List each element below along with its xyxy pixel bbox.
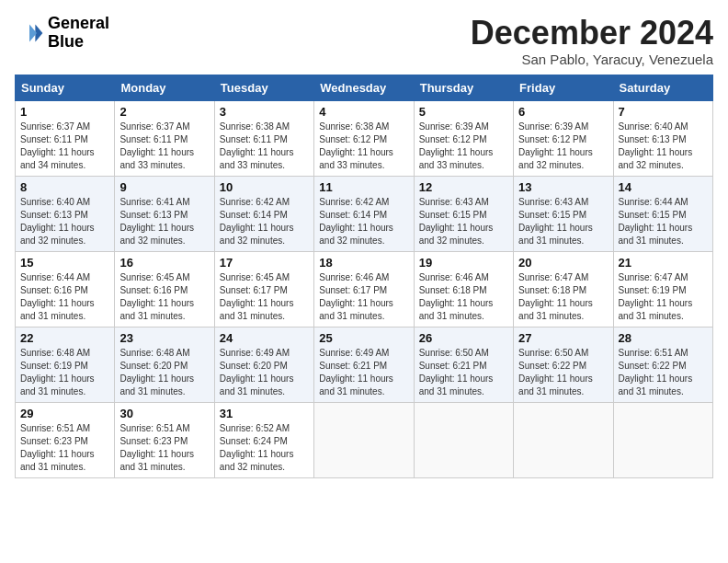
day-info: Sunrise: 6:38 AMSunset: 6:11 PMDaylight:… — [220, 121, 309, 172]
day-info: Sunrise: 6:48 AMSunset: 6:19 PMDaylight:… — [20, 347, 109, 398]
calendar-day-cell: 19Sunrise: 6:46 AMSunset: 6:18 PMDayligh… — [414, 251, 513, 327]
calendar-day-cell: 20Sunrise: 6:47 AMSunset: 6:18 PMDayligh… — [514, 251, 613, 327]
day-info: Sunrise: 6:39 AMSunset: 6:12 PMDaylight:… — [419, 121, 508, 172]
day-info: Sunrise: 6:47 AMSunset: 6:18 PMDaylight:… — [518, 271, 608, 323]
calendar-day-cell: 25Sunrise: 6:49 AMSunset: 6:21 PMDayligh… — [314, 327, 414, 402]
logo-text: General Blue — [48, 15, 109, 52]
page-header: General Blue December 2024 San Pablo, Ya… — [15, 15, 713, 67]
day-info: Sunrise: 6:40 AMSunset: 6:13 PMDaylight:… — [20, 196, 109, 247]
calendar-day-cell: 14Sunrise: 6:44 AMSunset: 6:15 PMDayligh… — [613, 176, 712, 251]
calendar-day-cell: 8Sunrise: 6:40 AMSunset: 6:13 PMDaylight… — [16, 176, 115, 251]
day-number: 2 — [119, 105, 209, 119]
day-info: Sunrise: 6:52 AMSunset: 6:24 PMDaylight:… — [220, 422, 309, 474]
day-info: Sunrise: 6:51 AMSunset: 6:23 PMDaylight:… — [20, 422, 109, 474]
calendar-day-cell: 29Sunrise: 6:51 AMSunset: 6:23 PMDayligh… — [16, 402, 115, 477]
calendar-day-cell: 1Sunrise: 6:37 AMSunset: 6:11 PMDaylight… — [16, 100, 115, 176]
day-number: 5 — [419, 105, 508, 119]
calendar-day-cell: 31Sunrise: 6:52 AMSunset: 6:24 PMDayligh… — [214, 402, 313, 477]
weekday-header: Thursday — [414, 75, 513, 100]
day-number: 29 — [20, 407, 109, 420]
calendar-day-cell: 15Sunrise: 6:44 AMSunset: 6:16 PMDayligh… — [16, 251, 115, 327]
logo-icon — [15, 18, 44, 48]
day-number: 25 — [319, 331, 408, 345]
calendar-day-cell — [414, 402, 513, 477]
day-info: Sunrise: 6:43 AMSunset: 6:15 PMDaylight:… — [419, 196, 508, 247]
calendar-day-cell: 16Sunrise: 6:45 AMSunset: 6:16 PMDayligh… — [115, 251, 214, 327]
title-block: December 2024 San Pablo, Yaracuy, Venezu… — [471, 15, 713, 67]
calendar-day-cell: 6Sunrise: 6:39 AMSunset: 6:12 PMDaylight… — [514, 100, 613, 176]
day-number: 17 — [220, 256, 309, 270]
day-info: Sunrise: 6:44 AMSunset: 6:16 PMDaylight:… — [20, 271, 109, 323]
weekday-header: Monday — [115, 75, 214, 100]
day-number: 16 — [119, 256, 209, 270]
day-info: Sunrise: 6:37 AMSunset: 6:11 PMDaylight:… — [119, 121, 209, 172]
day-number: 10 — [220, 180, 309, 194]
day-info: Sunrise: 6:49 AMSunset: 6:20 PMDaylight:… — [220, 347, 309, 398]
calendar-day-cell: 18Sunrise: 6:46 AMSunset: 6:17 PMDayligh… — [314, 251, 414, 327]
calendar-day-cell: 9Sunrise: 6:41 AMSunset: 6:13 PMDaylight… — [115, 176, 214, 251]
calendar-day-cell: 28Sunrise: 6:51 AMSunset: 6:22 PMDayligh… — [613, 327, 712, 402]
calendar-table: SundayMondayTuesdayWednesdayThursdayFrid… — [15, 75, 713, 478]
calendar-week-row: 29Sunrise: 6:51 AMSunset: 6:23 PMDayligh… — [16, 402, 713, 477]
day-info: Sunrise: 6:46 AMSunset: 6:17 PMDaylight:… — [319, 271, 408, 323]
day-number: 11 — [319, 180, 408, 194]
day-number: 31 — [220, 407, 309, 420]
weekday-header: Saturday — [613, 75, 712, 100]
day-number: 3 — [220, 105, 309, 119]
calendar-day-cell: 11Sunrise: 6:42 AMSunset: 6:14 PMDayligh… — [314, 176, 414, 251]
day-number: 22 — [20, 331, 109, 345]
day-info: Sunrise: 6:49 AMSunset: 6:21 PMDaylight:… — [319, 347, 408, 398]
day-number: 15 — [20, 256, 109, 270]
calendar-day-cell: 27Sunrise: 6:50 AMSunset: 6:22 PMDayligh… — [514, 327, 613, 402]
weekday-header: Tuesday — [214, 75, 313, 100]
calendar-day-cell: 26Sunrise: 6:50 AMSunset: 6:21 PMDayligh… — [414, 327, 513, 402]
calendar-day-cell: 13Sunrise: 6:43 AMSunset: 6:15 PMDayligh… — [514, 176, 613, 251]
day-number: 18 — [319, 256, 408, 270]
calendar-day-cell — [314, 402, 414, 477]
day-number: 8 — [20, 180, 109, 194]
calendar-day-cell: 21Sunrise: 6:47 AMSunset: 6:19 PMDayligh… — [613, 251, 712, 327]
day-number: 19 — [419, 256, 508, 270]
day-info: Sunrise: 6:42 AMSunset: 6:14 PMDaylight:… — [319, 196, 408, 247]
day-info: Sunrise: 6:51 AMSunset: 6:22 PMDaylight:… — [619, 347, 708, 398]
day-number: 14 — [619, 180, 708, 194]
day-number: 24 — [220, 331, 309, 345]
day-number: 28 — [619, 331, 708, 345]
calendar-day-cell: 7Sunrise: 6:40 AMSunset: 6:13 PMDaylight… — [613, 100, 712, 176]
weekday-header: Wednesday — [314, 75, 414, 100]
calendar-day-cell: 24Sunrise: 6:49 AMSunset: 6:20 PMDayligh… — [214, 327, 313, 402]
calendar-day-cell: 3Sunrise: 6:38 AMSunset: 6:11 PMDaylight… — [214, 100, 313, 176]
weekday-header: Friday — [514, 75, 613, 100]
calendar-day-cell: 5Sunrise: 6:39 AMSunset: 6:12 PMDaylight… — [414, 100, 513, 176]
calendar-day-cell: 2Sunrise: 6:37 AMSunset: 6:11 PMDaylight… — [115, 100, 214, 176]
day-number: 13 — [518, 180, 608, 194]
day-info: Sunrise: 6:44 AMSunset: 6:15 PMDaylight:… — [619, 196, 708, 247]
calendar-header-row: SundayMondayTuesdayWednesdayThursdayFrid… — [16, 75, 713, 100]
day-number: 12 — [419, 180, 508, 194]
day-info: Sunrise: 6:50 AMSunset: 6:21 PMDaylight:… — [419, 347, 508, 398]
calendar-day-cell: 12Sunrise: 6:43 AMSunset: 6:15 PMDayligh… — [414, 176, 513, 251]
month-title: December 2024 — [471, 15, 713, 52]
day-number: 26 — [419, 331, 508, 345]
calendar-day-cell: 4Sunrise: 6:38 AMSunset: 6:12 PMDaylight… — [314, 100, 414, 176]
day-number: 23 — [119, 331, 209, 345]
day-info: Sunrise: 6:48 AMSunset: 6:20 PMDaylight:… — [119, 347, 209, 398]
day-info: Sunrise: 6:41 AMSunset: 6:13 PMDaylight:… — [119, 196, 209, 247]
calendar-day-cell — [514, 402, 613, 477]
day-info: Sunrise: 6:43 AMSunset: 6:15 PMDaylight:… — [518, 196, 608, 247]
calendar-day-cell: 23Sunrise: 6:48 AMSunset: 6:20 PMDayligh… — [115, 327, 214, 402]
day-info: Sunrise: 6:50 AMSunset: 6:22 PMDaylight:… — [518, 347, 608, 398]
day-info: Sunrise: 6:37 AMSunset: 6:11 PMDaylight:… — [20, 121, 109, 172]
day-number: 30 — [119, 407, 209, 420]
day-number: 7 — [619, 105, 708, 119]
day-info: Sunrise: 6:42 AMSunset: 6:14 PMDaylight:… — [220, 196, 309, 247]
day-number: 9 — [119, 180, 209, 194]
day-info: Sunrise: 6:45 AMSunset: 6:16 PMDaylight:… — [119, 271, 209, 323]
day-number: 4 — [319, 105, 408, 119]
day-info: Sunrise: 6:39 AMSunset: 6:12 PMDaylight:… — [518, 121, 608, 172]
day-info: Sunrise: 6:40 AMSunset: 6:13 PMDaylight:… — [619, 121, 708, 172]
day-info: Sunrise: 6:46 AMSunset: 6:18 PMDaylight:… — [419, 271, 508, 323]
calendar-week-row: 1Sunrise: 6:37 AMSunset: 6:11 PMDaylight… — [16, 100, 713, 176]
day-info: Sunrise: 6:51 AMSunset: 6:23 PMDaylight:… — [119, 422, 209, 474]
calendar-day-cell: 10Sunrise: 6:42 AMSunset: 6:14 PMDayligh… — [214, 176, 313, 251]
